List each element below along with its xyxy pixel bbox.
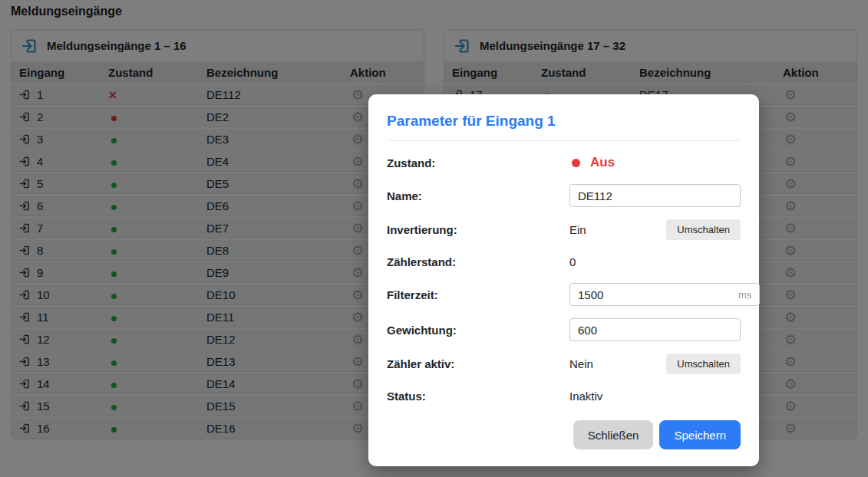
field-status: Status:Inaktiv	[387, 387, 741, 405]
close-button[interactable]: Schließen	[573, 420, 654, 449]
field-label: Zählerstand:	[387, 255, 569, 268]
field-label: Invertierung:	[387, 223, 569, 236]
field-value-text: Inaktiv	[569, 390, 602, 403]
field-value: ms	[569, 283, 760, 306]
field-label: Name:	[387, 189, 569, 202]
field-label: Gewichtung:	[387, 324, 569, 337]
invertierung-toggle-button[interactable]: Umschalten	[666, 219, 741, 240]
parameter-modal: Parameter für Eingang 1 Zustand:AusName:…	[368, 94, 759, 466]
zhler-aktiv-toggle-button[interactable]: Umschalten	[666, 354, 741, 374]
field-name: Name:	[387, 184, 741, 207]
field-value: EinUmschalten	[569, 219, 741, 240]
field-value-text: Ein	[569, 223, 586, 236]
gewichtung-input[interactable]	[569, 318, 741, 341]
modal-divider	[387, 140, 741, 141]
field-label: Filterzeit:	[387, 288, 569, 301]
name-input[interactable]	[569, 184, 741, 207]
field-value: Aus	[569, 155, 741, 170]
field-label: Zustand:	[387, 156, 569, 169]
state-dot-icon	[572, 159, 580, 167]
save-button[interactable]: Speichern	[659, 420, 741, 449]
field-gewichtung: Gewichtung:	[387, 318, 741, 341]
modal-title: Parameter für Eingang 1	[387, 113, 741, 130]
page: Meldungseingänge Meldungseingänge 1 – 16…	[0, 0, 868, 477]
field-filterzeit: Filterzeit:ms	[387, 283, 741, 306]
field-label: Zähler aktiv:	[387, 357, 569, 370]
field-value-text: 0	[569, 255, 576, 268]
field-invertierung: Invertierung:EinUmschalten	[387, 219, 741, 240]
field-zhler-aktiv: Zähler aktiv:NeinUmschalten	[387, 354, 741, 374]
filterzeit-input-group: ms	[569, 283, 760, 306]
field-label: Status:	[387, 390, 569, 403]
field-value	[569, 184, 741, 207]
filterzeit-input[interactable]	[570, 285, 738, 304]
field-value: 0	[569, 255, 741, 268]
input-suffix-unit: ms	[738, 289, 759, 301]
field-value	[569, 318, 741, 341]
field-zhlerstand: Zählerstand:0	[387, 252, 741, 271]
modal-fields: Zustand:AusName:Invertierung:EinUmschalt…	[387, 153, 741, 405]
field-zustand: Zustand:Aus	[387, 153, 741, 172]
field-value-text: Nein	[569, 357, 593, 370]
field-value: NeinUmschalten	[569, 354, 741, 374]
field-value: Inaktiv	[569, 390, 741, 403]
state-text: Aus	[590, 155, 615, 170]
modal-footer: Schließen Speichern	[387, 420, 741, 449]
